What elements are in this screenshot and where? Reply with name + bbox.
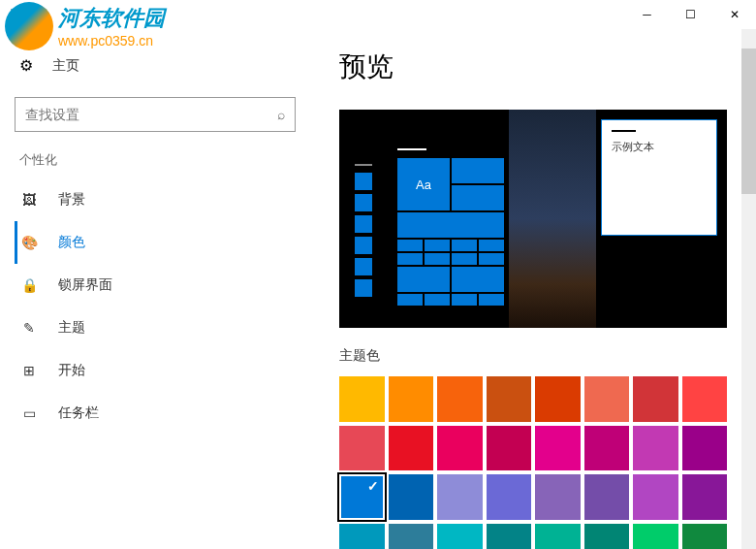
- color-swatch[interactable]: [437, 376, 483, 422]
- nav-item-3[interactable]: ✎主题: [15, 307, 296, 349]
- color-swatch[interactable]: [339, 474, 385, 520]
- preview-wallpaper: [509, 110, 596, 328]
- color-swatch[interactable]: [535, 426, 581, 471]
- sidebar: ⚙ 主页 ⌕ 个性化 🖼背景🎨颜色🔒锁屏界面✎主题⊞开始▭任务栏: [0, 29, 310, 549]
- home-label: 主页: [52, 57, 79, 75]
- color-swatch[interactable]: [682, 376, 728, 422]
- color-swatch[interactable]: [437, 426, 483, 471]
- color-swatch[interactable]: [584, 474, 630, 520]
- color-grid: [339, 376, 727, 549]
- color-swatch[interactable]: [633, 474, 678, 520]
- minimize-button[interactable]: ─: [625, 0, 669, 29]
- nav-label: 锁屏界面: [58, 276, 112, 294]
- nav-icon: ▭: [19, 405, 39, 421]
- nav-item-1[interactable]: 🎨颜色: [15, 221, 296, 264]
- theme-color-label: 主题色: [339, 347, 727, 365]
- home-link[interactable]: ⚙ 主页: [15, 48, 296, 82]
- preview-window-text: 示例文本: [612, 140, 707, 154]
- main-content: 预览 Aa: [310, 29, 756, 549]
- color-swatch[interactable]: [339, 524, 385, 550]
- nav-item-2[interactable]: 🔒锁屏界面: [15, 264, 296, 307]
- nav-icon: 🖼: [19, 192, 39, 208]
- nav-label: 颜色: [58, 234, 85, 251]
- nav-label: 背景: [58, 191, 85, 209]
- search-box[interactable]: ⌕: [15, 97, 296, 132]
- nav-icon: 🎨: [19, 235, 39, 250]
- nav-icon: ✎: [19, 320, 39, 336]
- color-swatch[interactable]: [682, 524, 728, 550]
- nav-label: 开始: [58, 362, 85, 379]
- color-swatch[interactable]: [389, 426, 434, 471]
- color-swatch[interactable]: [389, 524, 434, 550]
- color-swatch[interactable]: [339, 426, 385, 471]
- nav-label: 任务栏: [58, 404, 99, 422]
- color-swatch[interactable]: [682, 474, 728, 520]
- color-swatch[interactable]: [339, 376, 385, 422]
- color-swatch[interactable]: [389, 376, 434, 422]
- search-icon: ⌕: [277, 107, 285, 122]
- color-swatch[interactable]: [535, 474, 581, 520]
- nav-icon: 🔒: [19, 277, 39, 293]
- color-swatch[interactable]: [487, 474, 532, 520]
- nav-label: 主题: [58, 319, 85, 337]
- close-button[interactable]: ✕: [712, 0, 756, 29]
- preview-start-menu: Aa: [397, 148, 504, 323]
- preview-tile-large: Aa: [397, 158, 450, 210]
- color-swatch[interactable]: [633, 524, 678, 550]
- color-swatch[interactable]: [487, 426, 532, 471]
- titlebar: 设置 ─ ☐ ✕: [0, 0, 756, 29]
- color-swatch[interactable]: [437, 474, 483, 520]
- nav-item-0[interactable]: 🖼背景: [15, 178, 296, 221]
- color-swatch[interactable]: [584, 426, 630, 471]
- preview-taskbar: [349, 158, 378, 323]
- color-swatch[interactable]: [535, 376, 581, 422]
- color-swatch[interactable]: [437, 524, 483, 550]
- category-label: 个性化: [15, 151, 296, 169]
- scrollbar[interactable]: [741, 29, 756, 549]
- nav-item-5[interactable]: ▭任务栏: [15, 392, 296, 435]
- color-swatch[interactable]: [633, 426, 678, 471]
- color-swatch[interactable]: [389, 474, 434, 520]
- gear-icon: ⚙: [19, 56, 33, 75]
- nav-item-4[interactable]: ⊞开始: [15, 349, 296, 392]
- nav-icon: ⊞: [19, 363, 39, 378]
- search-input[interactable]: [25, 107, 277, 122]
- nav-list: 🖼背景🎨颜色🔒锁屏界面✎主题⊞开始▭任务栏: [15, 178, 296, 435]
- preview-box: Aa 示例文本: [339, 110, 727, 328]
- page-title: 预览: [339, 48, 727, 85]
- maximize-button[interactable]: ☐: [669, 0, 712, 29]
- window-title: 设置: [10, 7, 33, 23]
- color-swatch[interactable]: [584, 376, 630, 422]
- color-swatch[interactable]: [584, 524, 630, 550]
- preview-window: 示例文本: [601, 119, 717, 236]
- color-swatch[interactable]: [487, 524, 532, 550]
- scrollbar-thumb[interactable]: [741, 48, 756, 194]
- color-swatch[interactable]: [633, 376, 678, 422]
- color-swatch[interactable]: [682, 426, 728, 471]
- color-swatch[interactable]: [535, 524, 581, 550]
- color-swatch[interactable]: [487, 376, 532, 422]
